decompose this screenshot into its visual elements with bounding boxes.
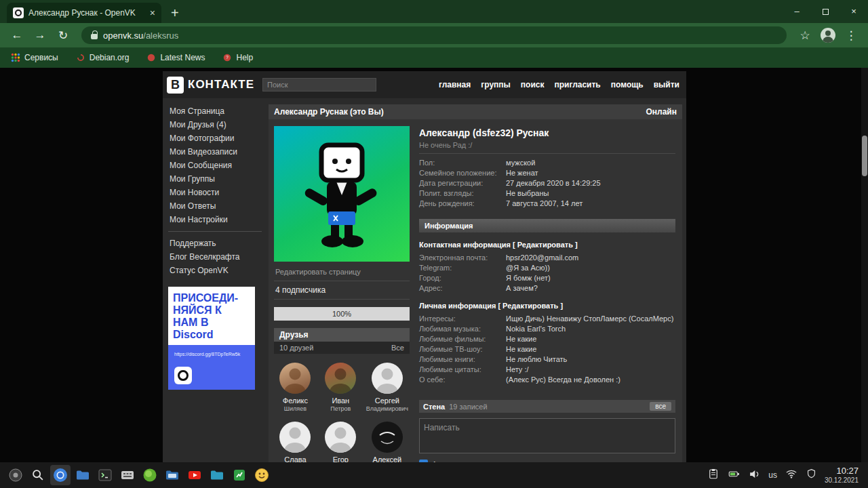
apps-grid-icon [11, 53, 20, 62]
reload-button[interactable]: ↻ [53, 28, 73, 43]
forward-button[interactable]: → [30, 28, 50, 42]
avatar-character-drawing [274, 126, 410, 262]
taskbar-editor-button[interactable] [117, 465, 138, 485]
restore-button[interactable] [811, 0, 840, 23]
clock-time: 10:27 [825, 466, 859, 476]
nav-home-link[interactable]: главная [439, 80, 471, 89]
edit-page-link[interactable]: Редактировать страницу [274, 262, 410, 281]
friend-avatar[interactable] [279, 363, 311, 394]
friend-avatar[interactable] [325, 363, 356, 394]
page-scrollbar[interactable] [861, 68, 868, 462]
nav-groups-link[interactable]: группы [481, 80, 511, 89]
sidebar-item-my-page[interactable]: Моя Страница [168, 104, 262, 118]
bookmark-label: Сервисы [24, 53, 58, 62]
friend-card[interactable]: Феликс Шиляев [274, 363, 317, 412]
friend-name[interactable]: Сергей [365, 396, 410, 405]
browser-menu-icon[interactable]: ⋮ [841, 28, 861, 43]
friend-surname[interactable]: Петров [319, 405, 362, 412]
bookmark-help[interactable]: ? Help [222, 53, 253, 62]
new-tab-button[interactable]: + [171, 3, 179, 23]
bookmark-star-icon[interactable]: ☆ [795, 28, 815, 43]
profile-status[interactable]: Не очень Рад :/ [419, 141, 675, 149]
sidebar-item-blog[interactable]: Блог Веселкрафта [168, 250, 262, 264]
contact-info-title[interactable]: Контактная информация [ Редактировать ] [419, 241, 675, 249]
clipboard-tray-icon[interactable] [707, 468, 719, 483]
sidebar-item-my-messages[interactable]: Мои Сообщения [168, 159, 262, 172]
site-search-input[interactable] [262, 78, 376, 92]
taskbar-folder-button[interactable] [162, 465, 182, 485]
discord-ad-banner[interactable]: ПРИСОЕДИ- НЯЙСЯ К НАМ В Discord https://… [168, 287, 255, 390]
taskbar-terminal-button[interactable] [95, 465, 115, 485]
friends-header: Друзья [274, 328, 410, 342]
sidebar-item-my-photos[interactable]: Мои Фотографии [168, 131, 262, 145]
taskbar-files-button[interactable] [73, 465, 93, 485]
sidebar-item-my-settings[interactable]: Мои Настройки [168, 213, 262, 226]
browser-profile-avatar[interactable] [821, 28, 835, 43]
profile-avatar[interactable] [274, 126, 410, 262]
taskbar-emoji-button[interactable] [252, 465, 272, 485]
friend-avatar[interactable] [372, 363, 403, 394]
nav-help-link[interactable]: помощь [611, 80, 644, 89]
friends-all-link[interactable]: Все [391, 344, 404, 352]
scrollbar-thumb[interactable] [862, 136, 867, 176]
field-label: Любимые книги: [419, 354, 506, 365]
taskbar-office-button[interactable] [229, 465, 250, 485]
friend-card[interactable]: Сергей Владимирович [365, 363, 410, 412]
address-bar[interactable]: openvk.su/aleksrus [81, 26, 787, 44]
clock[interactable]: 10:27 30.12.2021 [825, 466, 859, 485]
friend-name[interactable]: Феликс [274, 396, 317, 405]
vk-logo[interactable]: В контакте [167, 77, 254, 94]
friend-card[interactable]: Егор Шевчувянец [319, 422, 362, 462]
back-button[interactable]: ← [7, 28, 27, 42]
sidebar-item-my-answers[interactable]: Мои Ответы [168, 199, 262, 213]
nav-invite-link[interactable]: пригласить [554, 80, 600, 89]
personal-info-title[interactable]: Личная информация [ Редактировать ] [419, 302, 675, 310]
friend-card[interactable]: Слава Максимов [274, 422, 317, 462]
keyboard-layout-indicator[interactable]: us [768, 470, 777, 480]
wall-all-link[interactable]: все [650, 402, 671, 411]
friend-avatar[interactable] [279, 422, 311, 453]
wall-compose-textarea[interactable] [419, 418, 675, 453]
bookmark-label: Debian.org [90, 53, 130, 62]
battery-tray-icon[interactable] [727, 468, 741, 483]
bookmark-services[interactable]: Сервисы [11, 53, 58, 62]
taskbar-chromium-button[interactable] [50, 465, 71, 485]
friend-avatar[interactable] [372, 422, 403, 453]
contact-fields: Электронная почта:hpsr2020@gmail.com Tel… [419, 253, 675, 293]
sidebar-item-my-news[interactable]: Мои Новости [168, 186, 262, 199]
friend-card[interactable]: Иван Петров [319, 363, 362, 412]
security-shield-tray-icon[interactable] [806, 468, 817, 483]
friend-name[interactable]: Слава [274, 455, 317, 462]
bookmark-debian[interactable]: Debian.org [76, 53, 130, 62]
sidebar-item-my-videos[interactable]: Мои Видеозаписи [168, 145, 262, 159]
tab-close-icon[interactable]: × [150, 7, 155, 18]
friend-card[interactable]: Алексей Пирог [365, 422, 410, 462]
taskbar-media-folder-button[interactable] [207, 465, 227, 485]
friend-name[interactable]: Иван [319, 396, 362, 405]
sidebar-item-status[interactable]: Статус OpenVK [168, 264, 262, 277]
sidebar-item-donate[interactable]: Поддержать [168, 237, 262, 250]
profile-main: Александр Руснак (это Вы) Онлайн [269, 104, 682, 462]
nav-logout-link[interactable]: выйти [654, 80, 679, 89]
followers-link[interactable]: 4 подписчика [274, 281, 410, 300]
field-label: Полит. взгляды: [419, 188, 506, 199]
field-value: Я бомж (нет) [506, 273, 551, 283]
window-close-button[interactable]: × [840, 0, 868, 23]
friend-name[interactable]: Егор [319, 455, 362, 462]
friend-name[interactable]: Алексей [365, 455, 410, 462]
bookmark-latest-news[interactable]: Latest News [146, 53, 205, 62]
wifi-tray-icon[interactable] [785, 468, 798, 483]
sidebar-item-my-groups[interactable]: Мои Группы [168, 172, 262, 186]
app-menu-button[interactable] [5, 465, 26, 485]
search-icon[interactable] [28, 465, 48, 485]
friend-surname[interactable]: Шиляев [274, 405, 317, 412]
taskbar-youtube-button[interactable] [184, 465, 205, 485]
taskbar-green-app-button[interactable] [140, 465, 160, 485]
friend-avatar[interactable] [325, 422, 356, 453]
minimize-button[interactable]: – [783, 0, 811, 23]
friend-surname[interactable]: Владимирович [365, 405, 410, 412]
volume-tray-icon[interactable] [748, 468, 761, 483]
browser-tab[interactable]: Александр Руснак - OpenVK × [7, 3, 161, 23]
nav-search-link[interactable]: поиск [521, 80, 545, 89]
sidebar-item-my-friends[interactable]: Мои Друзья (4) [168, 118, 262, 131]
